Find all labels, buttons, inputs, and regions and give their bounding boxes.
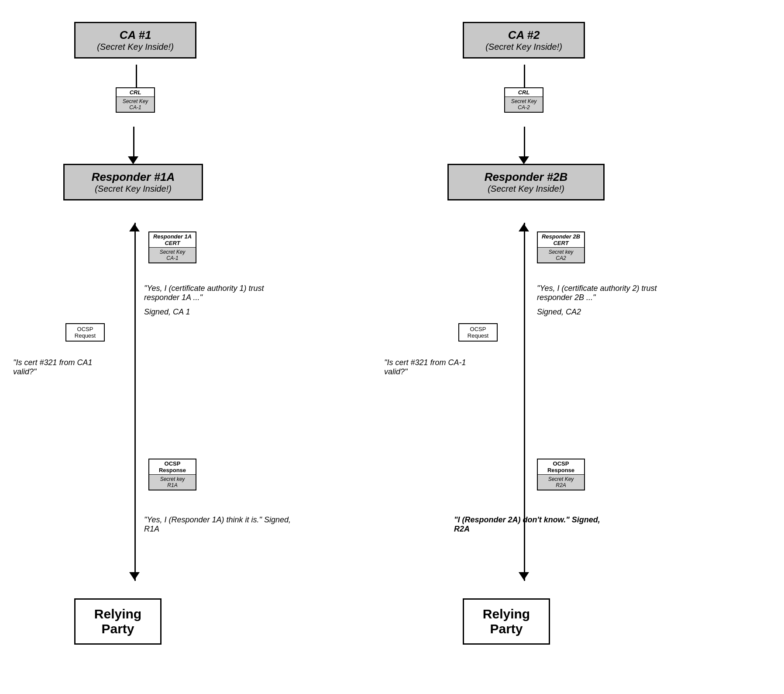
cert2b-annotation: "Yes, I (certificate authority 2) trust …	[537, 284, 685, 317]
responder2b-title: Responder #2B	[459, 170, 593, 184]
ca1-title: CA #1	[86, 28, 185, 42]
resp1a-main-vline	[134, 223, 136, 581]
ocsp-resp1-box: OCSPResponse Secret keyR1A	[148, 459, 196, 490]
cert1a-box: Responder 1ACERT Secret KeyCA-1	[148, 231, 196, 263]
ocsp-question2: "Is cert #321 from CA-1 valid?"	[384, 358, 471, 376]
resp1a-arrow-down	[129, 572, 140, 580]
crl1-body: Secret KeyCA-1	[117, 97, 154, 112]
relying-party-right-box: Relying Party	[463, 598, 550, 645]
responder1a-subtitle: (Secret Key Inside!)	[75, 184, 191, 194]
cert1a-body: Secret KeyCA-1	[149, 248, 196, 262]
cert1a-header: Responder 1ACERT	[149, 232, 196, 248]
ca2-subtitle: (Secret Key Inside!)	[475, 42, 573, 52]
ca1-box: CA #1 (Secret Key Inside!)	[74, 22, 196, 59]
ocsp-req2-box: OCSPRequest	[458, 323, 498, 342]
crl1-box: CRL Secret KeyCA-1	[116, 87, 155, 113]
ocsp-req2-label: OCSPRequest	[458, 323, 498, 342]
ocsp-resp1-body: Secret keyR1A	[149, 475, 196, 490]
relying-party-left-text: Relying Party	[86, 607, 150, 636]
ocsp-answer2: "I (Responder 2A) don't know." Signed, R…	[454, 515, 602, 534]
crl2-header: CRL	[505, 88, 543, 97]
resp2b-arrow-down	[519, 572, 529, 580]
cert2b-box: Responder 2BCERT Secret keyCA2	[537, 231, 585, 263]
responder2b-box: Responder #2B (Secret Key Inside!)	[447, 164, 605, 200]
responder2b-subtitle: (Secret Key Inside!)	[459, 184, 593, 194]
resp2b-arrow-up	[519, 224, 529, 231]
cert1a-annotation: "Yes, I (certificate authority 1) trust …	[144, 284, 284, 317]
ca2-vline-mid	[524, 127, 525, 157]
crl2-box: CRL Secret KeyCA-2	[504, 87, 543, 113]
ocsp-resp2-body: Secret KeyR2A	[538, 475, 584, 490]
crl1-header: CRL	[117, 88, 154, 97]
resp1a-arrow-up	[129, 224, 140, 231]
ocsp-resp1-header: OCSPResponse	[149, 459, 196, 475]
ca2-box: CA #2 (Secret Key Inside!)	[463, 22, 585, 59]
crl2-body: Secret KeyCA-2	[505, 97, 543, 112]
ca2-title: CA #2	[475, 28, 573, 42]
relying-party-left-box: Relying Party	[74, 598, 162, 645]
ca1-subtitle: (Secret Key Inside!)	[86, 42, 185, 52]
ocsp-req1-box: OCSPRequest	[65, 323, 105, 342]
ca1-vline-mid	[133, 127, 134, 157]
ocsp-answer1: "Yes, I (Responder 1A) think it is." Sig…	[144, 515, 292, 534]
relying-party-right-text: Relying Party	[475, 607, 538, 636]
cert2b-body: Secret keyCA2	[538, 248, 584, 262]
responder1a-box: Responder #1A (Secret Key Inside!)	[63, 164, 203, 200]
ocsp-question1: "Is cert #321 from CA1 valid?"	[13, 358, 100, 376]
ca2-arrow-down	[519, 156, 529, 164]
responder1a-title: Responder #1A	[75, 170, 191, 184]
ocsp-resp2-header: OCSPResponse	[538, 459, 584, 475]
ocsp-resp2-box: OCSPResponse Secret KeyR2A	[537, 459, 585, 490]
ca1-arrow-down	[128, 156, 138, 164]
ocsp-req1-label: OCSPRequest	[65, 323, 105, 342]
diagram: CA #1 (Secret Key Inside!) CRL Secret Ke…	[0, 0, 784, 694]
cert2b-header: Responder 2BCERT	[538, 232, 584, 248]
